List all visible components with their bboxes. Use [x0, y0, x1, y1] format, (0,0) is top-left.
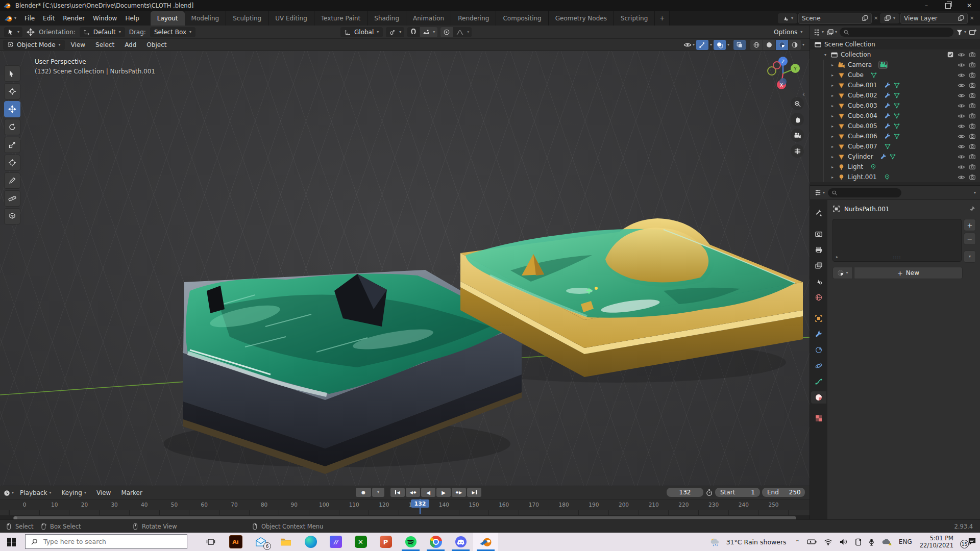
workspace-tab-rendering[interactable]: Rendering	[451, 11, 496, 26]
battery-icon[interactable]	[807, 539, 817, 545]
mesh-data-icon[interactable]	[889, 153, 896, 160]
workspace-tab-shading[interactable]: Shading	[368, 11, 406, 26]
menu-object[interactable]: Object	[142, 41, 170, 48]
menu-timeline-view[interactable]: View	[92, 489, 115, 496]
gizmos-dropdown[interactable]: ▾	[710, 43, 712, 47]
outliner-search-field[interactable]	[840, 28, 953, 37]
menu-view[interactable]: View	[67, 41, 89, 48]
hide-eye-icon[interactable]	[958, 153, 965, 161]
tab-material[interactable]	[811, 391, 826, 404]
disable-render-icon[interactable]	[969, 163, 976, 170]
timeline-ruler[interactable]: 0102030405060708090100110120130140150160…	[0, 499, 810, 510]
tab-tool[interactable]	[811, 207, 826, 219]
active-tool-button[interactable]: ▾	[4, 27, 22, 37]
xbox-app[interactable]: ✕	[348, 533, 373, 551]
language-indicator[interactable]: ENG	[899, 538, 912, 545]
tab-output[interactable]	[811, 244, 826, 256]
chrome-app[interactable]	[423, 533, 448, 551]
object-visibility-dropdown[interactable]: ▾	[683, 41, 695, 49]
shading-wireframe-button[interactable]	[750, 40, 763, 50]
modifier-wrench-icon[interactable]	[880, 153, 887, 160]
proportional-edit-toggle[interactable]	[440, 27, 453, 37]
scene-name[interactable]: Scene	[802, 15, 859, 22]
light-data-icon[interactable]	[884, 173, 891, 181]
workspace-tab-scripting[interactable]: Scripting	[614, 11, 655, 26]
add-slot-button[interactable]: +	[964, 219, 976, 231]
hide-eye-icon[interactable]	[958, 112, 965, 120]
expand-icon[interactable]: ▸	[830, 93, 835, 98]
workspace-tab-layout[interactable]: Layout	[151, 11, 185, 26]
outliner-row[interactable]: ▸ Cube.006	[810, 131, 980, 141]
overlays-dropdown[interactable]: ▾	[727, 43, 729, 47]
outliner-row[interactable]: ▸ Cube.007	[810, 141, 980, 152]
disable-render-icon[interactable]	[969, 133, 976, 140]
tab-world[interactable]	[811, 291, 826, 304]
add-workspace-button[interactable]: +	[655, 11, 670, 26]
next-keyframe-button[interactable]: ◆▶	[452, 488, 466, 497]
outliner-editor-dropdown[interactable]: ▾	[813, 29, 824, 36]
workspace-tab-uv-editing[interactable]: UV Editing	[268, 11, 314, 26]
blender-app[interactable]	[473, 533, 498, 551]
disable-render-icon[interactable]	[969, 102, 976, 109]
outliner-row[interactable]: ▸ Cube.002	[810, 90, 980, 101]
play-button[interactable]: ▶	[436, 488, 451, 497]
panel-collapse-icon[interactable]: ‹	[802, 91, 805, 98]
outliner-row[interactable]: ▸ Cube	[810, 70, 980, 80]
overlays-toggle[interactable]	[714, 40, 726, 50]
slot-specials-dropdown[interactable]: ▾	[964, 251, 976, 263]
unlink-scene-icon[interactable]: ✕	[872, 15, 880, 21]
disable-render-icon[interactable]	[969, 61, 976, 68]
tool-measure[interactable]	[4, 190, 20, 207]
expand-icon[interactable]: ▸	[830, 124, 835, 129]
workspace-tab-geometry-nodes[interactable]: Geometry Nodes	[549, 11, 614, 26]
material-slot-list[interactable]: ▸ ::::	[832, 219, 962, 262]
menu-select[interactable]: Select	[91, 41, 118, 48]
tab-scene[interactable]	[811, 276, 826, 288]
tab-particles[interactable]	[811, 344, 826, 356]
tool-move[interactable]	[4, 101, 20, 117]
menu-edit[interactable]: Edit	[39, 11, 59, 26]
shading-material-button[interactable]	[776, 40, 788, 50]
hide-eye-icon[interactable]	[958, 122, 965, 130]
start-frame-field[interactable]: Start 1	[715, 488, 760, 497]
hide-eye-icon[interactable]	[958, 102, 965, 110]
timeline-editor-dropdown[interactable]: ▾	[3, 489, 14, 497]
volume-icon[interactable]	[840, 538, 848, 545]
modifier-wrench-icon[interactable]	[884, 112, 891, 119]
tool-rotate[interactable]	[4, 119, 20, 135]
disable-render-icon[interactable]	[969, 71, 976, 79]
restore-button[interactable]	[937, 0, 959, 11]
tool-select-box[interactable]	[4, 65, 20, 82]
expand-icon[interactable]: ▸	[830, 114, 835, 118]
new-material-button[interactable]: + New	[854, 267, 963, 279]
mail-app[interactable]: 6	[248, 533, 273, 551]
close-button[interactable]: ✕	[959, 0, 980, 11]
viewport-3d[interactable]: User Perspective (132) Scene Collection …	[0, 51, 810, 486]
workspace-tab-texture-paint[interactable]: Texture Paint	[314, 11, 368, 26]
properties-editor-dropdown[interactable]: ▾	[814, 189, 825, 196]
notification-center[interactable]: 15	[961, 535, 976, 548]
play-reverse-button[interactable]: ◀	[421, 488, 435, 497]
mesh-data-icon[interactable]	[893, 133, 900, 140]
pan-view-button[interactable]	[791, 113, 804, 126]
slot-expand-icon[interactable]: ▸	[836, 255, 838, 259]
search-input[interactable]	[42, 537, 167, 546]
disable-render-icon[interactable]	[969, 92, 976, 99]
timeline-track[interactable]	[0, 510, 810, 515]
camera-data-icon[interactable]	[878, 61, 888, 69]
outliner-row[interactable]: ▸ Light.001	[810, 172, 980, 182]
xray-toggle[interactable]	[733, 40, 746, 50]
menu-file[interactable]: File	[20, 11, 39, 26]
wifi-icon[interactable]	[824, 539, 832, 545]
outliner-filter-dropdown[interactable]: ▾	[956, 29, 966, 36]
hide-eye-icon[interactable]	[958, 61, 965, 69]
keying-set-dropdown[interactable]: ▾	[372, 488, 384, 497]
frame-field[interactable]: 132	[667, 488, 703, 497]
camera-view-button[interactable]	[791, 129, 804, 142]
orientation-dropdown[interactable]: Default ▾	[80, 27, 125, 37]
discord-app[interactable]	[448, 533, 473, 551]
mode-dropdown[interactable]: Object Mode ▾	[3, 40, 65, 50]
outliner-row[interactable]: ▸ Cube.005	[810, 121, 980, 131]
outliner-row[interactable]: ▸ Light	[810, 162, 980, 172]
perspective-toggle-button[interactable]	[791, 144, 804, 158]
